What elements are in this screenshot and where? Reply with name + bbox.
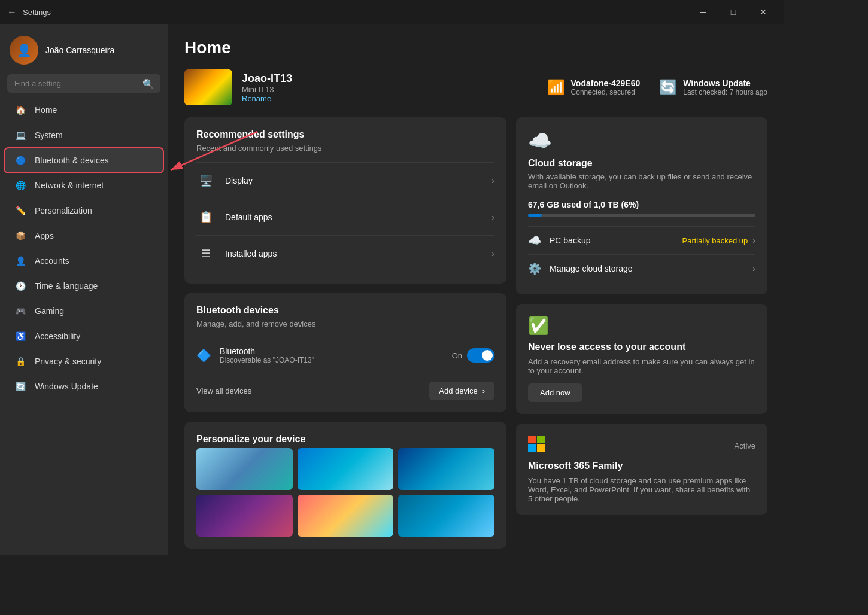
storage-bar bbox=[528, 214, 755, 217]
titlebar-left: ← Settings bbox=[7, 7, 51, 17]
display-row-left: 🖥️ Display bbox=[196, 171, 253, 190]
add-device-chevron: › bbox=[482, 386, 485, 395]
add-device-button[interactable]: Add device › bbox=[429, 382, 494, 400]
wallpaper-1[interactable] bbox=[196, 448, 293, 490]
ms365-active-label: Active bbox=[735, 442, 755, 450]
pc-backup-icon: ☁️ bbox=[528, 234, 541, 247]
view-all-devices-link[interactable]: View all devices bbox=[196, 386, 251, 395]
sidebar-item-accounts-label: Accounts bbox=[35, 256, 69, 266]
device-model: Mini IT13 bbox=[242, 85, 292, 94]
storage-usage-bold: 67,6 GB used of 1,0 TB (6%) bbox=[528, 200, 639, 209]
sidebar-item-gaming[interactable]: 🎮 Gaming bbox=[5, 299, 163, 323]
display-chevron: › bbox=[491, 176, 494, 185]
default-apps-row-left: 📋 Default apps bbox=[196, 208, 272, 227]
account-security-desc: Add a recovery email address to make sur… bbox=[528, 357, 755, 375]
device-status-items: 📶 Vodafone-429E60 Connected, secured 🔄 W… bbox=[547, 78, 767, 96]
right-column: ☁️ Cloud storage With available storage,… bbox=[516, 117, 767, 549]
pc-backup-left: ☁️ PC backup bbox=[528, 234, 590, 247]
bluetooth-toggle[interactable] bbox=[467, 348, 494, 363]
account-security-card: ✅ Never lose access to your account Add … bbox=[516, 304, 767, 414]
display-row[interactable]: 🖥️ Display › bbox=[196, 162, 494, 199]
cloud-main-icon: ☁️ bbox=[528, 129, 755, 152]
installed-apps-icon: ☰ bbox=[196, 244, 216, 263]
storage-usage-label: 67,6 GB used of 1,0 TB (6%) bbox=[528, 200, 755, 209]
ms365-logo-icon bbox=[528, 436, 545, 456]
wallpaper-3[interactable] bbox=[398, 448, 494, 490]
sidebar-item-accessibility[interactable]: ♿ Accessibility bbox=[5, 324, 163, 348]
update-text-group: Windows Update Last checked: 7 hours ago bbox=[683, 78, 767, 96]
pc-backup-row[interactable]: ☁️ PC backup Partially backed up › bbox=[528, 226, 755, 254]
sidebar-item-accounts[interactable]: 👤 Accounts bbox=[5, 249, 163, 273]
ms365-title: Microsoft 365 Family bbox=[528, 461, 755, 471]
titlebar-title: Settings bbox=[23, 8, 51, 17]
bluetooth-icon: 🔵 bbox=[14, 154, 26, 166]
sidebar-item-privacy-label: Privacy & security bbox=[35, 357, 101, 366]
default-apps-row[interactable]: 📋 Default apps › bbox=[196, 199, 494, 235]
recommended-subtitle: Recent and commonly used settings bbox=[196, 144, 494, 153]
ms365-header: Active bbox=[528, 436, 755, 456]
svg-rect-3 bbox=[537, 444, 545, 452]
wifi-name: Vodafone-429E60 bbox=[571, 78, 641, 88]
sidebar-item-network[interactable]: 🌐 Network & internet bbox=[5, 173, 163, 197]
wallpaper-2[interactable] bbox=[298, 448, 394, 490]
sidebar-item-network-label: Network & internet bbox=[35, 181, 104, 190]
accessibility-icon: ♿ bbox=[14, 330, 26, 342]
update-status-text: Last checked: 7 hours ago bbox=[683, 88, 767, 96]
sidebar-user: 👤 João Carrasqueira bbox=[0, 31, 168, 74]
time-icon: 🕐 bbox=[14, 280, 26, 292]
maximize-button[interactable]: □ bbox=[720, 2, 747, 22]
wifi-icon: 📶 bbox=[547, 79, 565, 96]
back-icon[interactable]: ← bbox=[7, 7, 17, 17]
rename-link[interactable]: Rename bbox=[242, 94, 292, 103]
close-button[interactable]: ✕ bbox=[749, 2, 777, 22]
add-device-label: Add device bbox=[439, 386, 477, 395]
sidebar-item-home-label: Home bbox=[35, 105, 57, 115]
display-label: Display bbox=[225, 176, 253, 185]
home-icon: 🏠 bbox=[14, 104, 26, 116]
main-content: Home Joao-IT13 Mini IT13 Rename 📶 Vodafo… bbox=[168, 24, 784, 555]
installed-apps-label: Installed apps bbox=[225, 249, 277, 258]
sidebar-item-bluetooth-label: Bluetooth & devices bbox=[35, 156, 109, 165]
manage-cloud-row[interactable]: ⚙️ Manage cloud storage › bbox=[528, 254, 755, 282]
cloud-storage-title: Cloud storage bbox=[528, 158, 755, 169]
accounts-icon: 👤 bbox=[14, 255, 26, 267]
minimize-button[interactable]: ─ bbox=[690, 2, 717, 22]
device-info: Joao-IT13 Mini IT13 Rename bbox=[184, 69, 292, 105]
sidebar-item-update-label: Windows Update bbox=[35, 382, 98, 391]
sidebar-item-home[interactable]: 🏠 Home bbox=[5, 98, 163, 122]
wallpaper-5[interactable] bbox=[298, 495, 394, 537]
sidebar: 👤 João Carrasqueira 🔍 🏠 Home 💻 System 🔵 … bbox=[0, 24, 168, 555]
sidebar-item-apps[interactable]: 📦 Apps bbox=[5, 224, 163, 248]
sidebar-item-bluetooth[interactable]: 🔵 Bluetooth & devices bbox=[5, 148, 163, 172]
titlebar: ← Settings ─ □ ✕ bbox=[0, 0, 784, 24]
search-input[interactable] bbox=[7, 74, 160, 93]
device-text: Joao-IT13 Mini IT13 Rename bbox=[242, 72, 292, 103]
sidebar-item-update[interactable]: 🔄 Windows Update bbox=[5, 375, 163, 398]
wifi-text-group: Vodafone-429E60 Connected, secured bbox=[571, 78, 641, 96]
wallpaper-4[interactable] bbox=[196, 495, 293, 537]
installed-apps-row-left: ☰ Installed apps bbox=[196, 244, 277, 263]
bluetooth-device-icon: 🔷 bbox=[196, 348, 211, 363]
installed-apps-row[interactable]: ☰ Installed apps › bbox=[196, 235, 494, 272]
wallpaper-6[interactable] bbox=[398, 495, 494, 537]
toggle-knob bbox=[482, 350, 493, 361]
add-now-button[interactable]: Add now bbox=[528, 383, 582, 402]
sidebar-item-privacy[interactable]: 🔒 Privacy & security bbox=[5, 349, 163, 373]
sidebar-item-time[interactable]: 🕐 Time & language bbox=[5, 274, 163, 298]
left-column: Recommended settings Recent and commonly… bbox=[184, 117, 506, 549]
bluetooth-discover-text: Discoverable as "JOAO-IT13" bbox=[220, 356, 314, 364]
cards-row: Recommended settings Recent and commonly… bbox=[184, 117, 767, 549]
device-header: Joao-IT13 Mini IT13 Rename 📶 Vodafone-42… bbox=[184, 69, 767, 105]
personalize-card: Personalize your device bbox=[184, 422, 506, 549]
avatar: 👤 bbox=[10, 36, 38, 65]
pc-backup-right: Partially backed up › bbox=[682, 236, 755, 245]
sidebar-item-system[interactable]: 💻 System bbox=[5, 123, 163, 147]
sidebar-item-personalization[interactable]: ✏️ Personalization bbox=[5, 199, 163, 223]
ms365-desc: You have 1 TB of cloud storage and can u… bbox=[528, 476, 755, 503]
recommended-title: Recommended settings bbox=[196, 129, 494, 140]
storage-fill bbox=[528, 214, 542, 217]
manage-cloud-chevron: › bbox=[752, 264, 755, 273]
bluetooth-section-subtitle: Manage, add, and remove devices bbox=[196, 319, 494, 328]
personalize-title: Personalize your device bbox=[196, 434, 494, 444]
titlebar-controls: ─ □ ✕ bbox=[690, 2, 777, 22]
